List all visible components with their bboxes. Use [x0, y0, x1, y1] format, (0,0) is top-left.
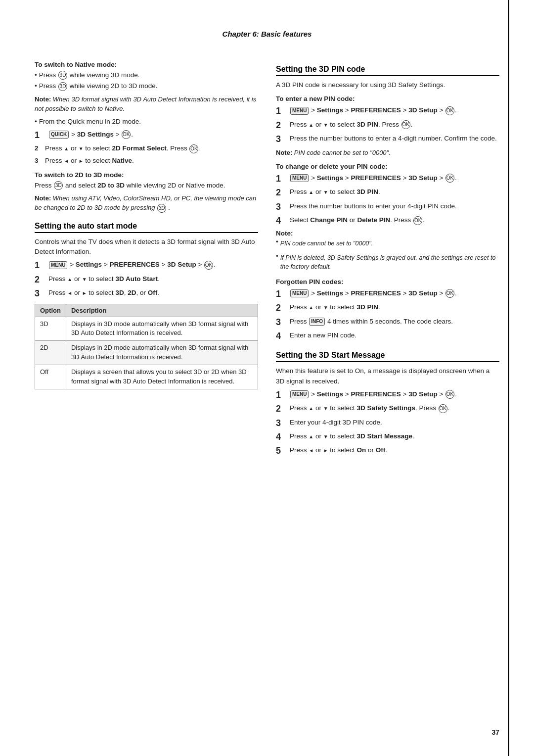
ok-btn-1: OK [122, 130, 131, 139]
bullet-native-3: • From the Quick menu in 2D mode. [35, 117, 258, 127]
pin-code-section: Setting the 3D PIN code A 3D PIN code is… [276, 65, 499, 342]
forgotten-step-4-content: Enter a new PIN code. [290, 331, 499, 340]
auto-start-step-1-content: MENU > Settings > PREFERENCES > 3D Setup… [48, 260, 258, 270]
ok-btn-change4: OK [413, 216, 422, 225]
forgotten-step-num-4: 4 [276, 331, 287, 342]
change-delete-pin-subsection: To change or delete your PIN code: 1 MEN… [276, 163, 499, 273]
right-column: Setting the 3D PIN code A 3D PIN code is… [276, 56, 499, 460]
auto-start-intro: Controls what the TV does when it detect… [35, 237, 258, 257]
desc-3d: Displays in 3D mode automatically when 3… [66, 317, 258, 341]
note-bullet-1: • PIN code cannot be set to "0000". [276, 237, 499, 250]
change-pin-step-num-2: 2 [276, 187, 287, 198]
native-step-1: 1 QUICK > 3D Settings > OK. [35, 130, 258, 141]
auto-start-step-2: 2 Press or to select 3D Auto Start. [35, 274, 258, 285]
bullet-native-2-text: Press 3D while viewing 2D to 3D mode. [39, 81, 158, 91]
table-row: 3D Displays in 3D mode automatically whe… [35, 317, 258, 341]
change-delete-pin-heading: To change or delete your PIN code: [276, 163, 499, 170]
switch-native-heading: To switch to Native mode: [35, 61, 258, 68]
ok-btn-pin2: OK [401, 120, 410, 129]
option-table: Option Description 3D Displays in 3D mod… [35, 304, 258, 389]
pin-code-intro: A 3D PIN code is necessary for using 3D … [276, 80, 499, 90]
native-step-3: 3 Press or to select Native. [35, 156, 258, 166]
sm-step-1-content: MENU > Settings > PREFERENCES > 3D Setup… [290, 389, 499, 399]
step-num-2: 2 [35, 143, 43, 153]
change-pin-step-num-3: 3 [276, 201, 287, 213]
enter-new-pin-steps: 1 MENU > Settings > PREFERENCES > 3D Set… [276, 105, 499, 145]
bullet-native-1-text: Press 3D while viewing 3D mode. [39, 70, 140, 80]
note-label: Note: [276, 230, 499, 237]
sm-step-2-content: Press or to select 3D Safety Settings. P… [290, 403, 499, 413]
sm-step-num-3: 3 [276, 418, 287, 429]
two-column-layout: To switch to Native mode: • Press 3D whi… [35, 56, 499, 460]
table-header-option: Option [35, 304, 66, 317]
sm-step-num-5: 5 [276, 445, 287, 457]
info-btn: INFO [309, 318, 325, 326]
auto-start-step-num-3: 3 [35, 288, 45, 299]
ok-btn-auto1: OK [204, 261, 213, 270]
note-bullet-2: • If PIN is deleted, 3D Safety Settings … [276, 251, 499, 273]
bullet-dot-note2: • [276, 251, 278, 261]
forgotten-step-2: 2 Press or to select 3D PIN. [276, 302, 499, 314]
enter-pin-step-num-1: 1 [276, 105, 287, 117]
native-step-2: 2 Press or to select 2D Format Select. P… [35, 143, 258, 153]
forgotten-step-1-content: MENU > Settings > PREFERENCES > 3D Setup… [290, 288, 499, 298]
arrow-right-auto3 [82, 289, 87, 296]
change-pin-step-1-content: MENU > Settings > PREFERENCES > 3D Setup… [290, 173, 499, 183]
enter-pin-step-3-content: Press the number buttons to enter a 4-di… [290, 134, 499, 143]
bullet-dot: • [35, 70, 37, 80]
arrow-left-sm5 [309, 446, 313, 454]
change-pin-step-num-1: 1 [276, 173, 287, 185]
menu-btn-pin1: MENU [290, 107, 309, 115]
change-pin-step-2-content: Press or to select 3D PIN. [290, 187, 499, 197]
enter-pin-step-num-3: 3 [276, 134, 287, 145]
ok-btn-2: OK [189, 144, 198, 153]
pin-code-heading: Setting the 3D PIN code [276, 65, 499, 76]
sm-step-5-content: Press or to select On or Off. [290, 445, 499, 455]
enter-new-pin-heading: To enter a new PIN code: [276, 95, 499, 102]
enter-pin-step-3: 3 Press the number buttons to enter a 4-… [276, 134, 499, 145]
arrow-down-1 [79, 144, 84, 152]
menu-btn-forgot1: MENU [290, 289, 309, 297]
ok-btn-forgot1: OK [445, 289, 454, 298]
ok-btn-sm1: OK [445, 390, 454, 399]
enter-pin-step-num-2: 2 [276, 120, 287, 131]
option-2d: 2D [35, 341, 66, 365]
3d-icon-3: 3D [54, 181, 63, 190]
desc-2d: Displays in 2D mode automatically when 3… [66, 341, 258, 365]
forgotten-step-3: 3 Press INFO 4 times within 5 seconds. T… [276, 317, 499, 328]
auto-start-section: Setting the auto start mode Controls wha… [35, 222, 258, 389]
auto-start-steps: 1 MENU > Settings > PREFERENCES > 3D Set… [35, 260, 258, 299]
bullet-native-2: • Press 3D while viewing 2D to 3D mode. [35, 81, 258, 91]
forgotten-pin-heading: Forgotten PIN codes: [276, 278, 499, 285]
page-number: 37 [491, 728, 499, 736]
arrow-up-change2 [309, 188, 313, 195]
forgotten-step-3-content: Press INFO 4 times within 5 seconds. The… [290, 317, 499, 327]
start-message-steps: 1 MENU > Settings > PREFERENCES > 3D Set… [276, 389, 499, 457]
forgotten-step-4: 4 Enter a new PIN code. [276, 331, 499, 342]
change-pin-step-1: 1 MENU > Settings > PREFERENCES > 3D Set… [276, 173, 499, 185]
sm-step-num-1: 1 [276, 389, 287, 401]
arrow-up-sm2 [309, 404, 313, 412]
forgotten-step-1: 1 MENU > Settings > PREFERENCES > 3D Set… [276, 288, 499, 300]
arrow-down-sm4 [323, 432, 328, 440]
bullet-native-1: • Press 3D while viewing 3D mode. [35, 70, 258, 80]
step-num-3: 3 [35, 156, 43, 166]
native-step-1-content: QUICK > 3D Settings > OK. [48, 130, 258, 140]
bullet-native-3-text: From the Quick menu in 2D mode. [39, 117, 141, 127]
auto-start-step-1: 1 MENU > Settings > PREFERENCES > 3D Set… [35, 260, 258, 271]
change-pin-step-2: 2 Press or to select 3D PIN. [276, 187, 499, 198]
step-num-1: 1 [35, 130, 45, 141]
option-3d: 3D [35, 317, 66, 341]
menu-btn-sm1: MENU [290, 390, 309, 398]
auto-start-heading: Setting the auto start mode [35, 222, 258, 233]
start-message-intro: When this feature is set to On, a messag… [276, 366, 499, 386]
sm-step-2: 2 Press or to select 3D Safety Settings.… [276, 403, 499, 415]
3d-icon-1: 3D [58, 71, 67, 80]
start-message-section: Setting the 3D Start Message When this f… [276, 351, 499, 457]
menu-btn-change1: MENU [290, 174, 309, 182]
forgotten-step-num-1: 1 [276, 288, 287, 300]
sm-step-1: 1 MENU > Settings > PREFERENCES > 3D Set… [276, 389, 499, 401]
desc-off: Displays a screen that allows you to sel… [66, 365, 258, 389]
forgotten-pin-steps: 1 MENU > Settings > PREFERENCES > 3D Set… [276, 288, 499, 342]
native-steps: 1 QUICK > 3D Settings > OK. 2 Press or t… [35, 130, 258, 166]
